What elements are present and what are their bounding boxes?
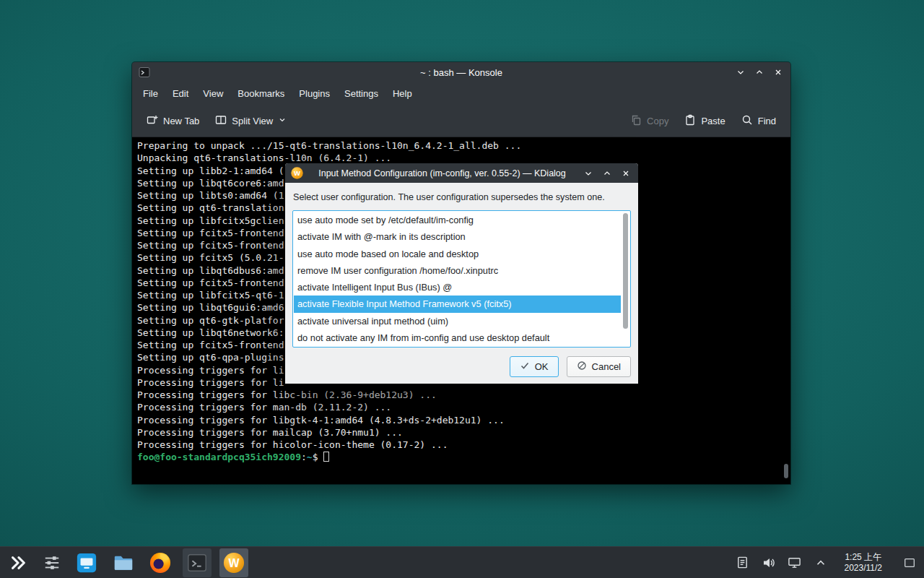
split-view-button[interactable]: Split View xyxy=(209,109,292,133)
maximize-button[interactable] xyxy=(602,168,612,178)
konsole-titlebar[interactable]: ~ : bash — Konsole xyxy=(132,62,790,82)
im-config-option[interactable]: activate Intelligent Input Bus (IBus) @ xyxy=(294,279,621,296)
im-config-listbox[interactable]: use auto mode set by /etc/default/im-con… xyxy=(292,210,631,348)
clock-time: 1:25 上午 xyxy=(845,552,883,563)
expand-tray-chevron-up-icon[interactable] xyxy=(813,555,829,571)
kdialog-window: W Input Method Configuration (im-config,… xyxy=(285,163,638,384)
menu-help[interactable]: Help xyxy=(385,85,419,103)
menu-bookmarks[interactable]: Bookmarks xyxy=(230,85,292,103)
im-config-option[interactable]: activate universal input method (uim) xyxy=(294,313,621,329)
menu-settings[interactable]: Settings xyxy=(337,85,385,103)
menu-view[interactable]: View xyxy=(196,85,230,103)
clock-date: 2023/11/2 xyxy=(845,563,883,574)
dialog-message: Select user configuration. The user conf… xyxy=(293,192,631,202)
terminal-prompt-line: foo@foo-standardpcq35ich92009:~$ xyxy=(137,451,790,463)
kdialog-body: Select user configuration. The user conf… xyxy=(285,183,638,384)
taskbar-item-konsole[interactable] xyxy=(183,548,212,577)
im-config-option[interactable]: remove IM user configuration /home/foo/.… xyxy=(294,262,621,279)
terminal-line: Processing triggers for mailcap (3.70+nm… xyxy=(137,426,790,439)
close-button[interactable] xyxy=(773,67,783,77)
window-controls xyxy=(736,62,783,82)
menu-file[interactable]: File xyxy=(136,85,165,103)
menu-edit[interactable]: Edit xyxy=(165,85,196,103)
close-button[interactable] xyxy=(621,168,631,178)
copy-button[interactable]: Copy xyxy=(624,109,674,133)
new-tab-button[interactable]: New Tab xyxy=(141,109,205,133)
cancel-button[interactable]: Cancel xyxy=(567,356,631,377)
terminal-line: Unpacking qt6-translations-l10n (6.4.2-1… xyxy=(137,152,790,164)
cancel-icon xyxy=(577,361,587,373)
find-button[interactable]: Find xyxy=(736,109,782,133)
im-config-option[interactable]: use auto mode based on locale and deskto… xyxy=(294,246,621,262)
minimize-button[interactable] xyxy=(583,168,593,178)
menu-plugins[interactable]: Plugins xyxy=(292,85,337,103)
terminal-line: Processing triggers for libc-bin (2.36-9… xyxy=(137,389,790,401)
show-desktop-icon xyxy=(903,556,916,569)
im-config-option[interactable]: activate Flexible Input Method Framework… xyxy=(294,296,621,312)
copy-icon xyxy=(630,114,642,128)
taskbar-item-firefox[interactable] xyxy=(146,548,175,577)
chevron-down-icon xyxy=(278,116,287,126)
svg-text:W: W xyxy=(294,169,300,177)
minimize-button[interactable] xyxy=(736,67,746,77)
prompt-symbol: $ xyxy=(313,452,318,462)
copy-label: Copy xyxy=(647,116,668,126)
konsole-toolbar: New Tab Split View Copy Paste Find xyxy=(132,105,790,137)
paste-icon xyxy=(684,114,696,128)
terminal-window-icon xyxy=(186,552,208,574)
list-scrollbar-handle[interactable] xyxy=(623,213,628,329)
im-config-app-icon: W xyxy=(291,167,303,179)
terminal-line: Processing triggers for man-db (2.11.2-2… xyxy=(137,401,790,413)
split-view-label: Split View xyxy=(232,116,273,126)
sliders-icon xyxy=(43,554,61,571)
kdialog-window-title: Input Method Configuration (im-config, v… xyxy=(307,168,578,178)
folder-icon xyxy=(113,552,134,574)
new-tab-label: New Tab xyxy=(163,116,199,126)
new-tab-icon xyxy=(147,114,158,128)
maximize-button[interactable] xyxy=(754,67,764,77)
cancel-button-label: Cancel xyxy=(592,361,621,372)
terminal-line: Processing triggers for hicolor-icon-the… xyxy=(137,439,790,451)
launcher-chevrons-icon xyxy=(9,553,27,572)
paste-label: Paste xyxy=(701,116,725,126)
prompt-separator: : xyxy=(301,452,307,462)
dialog-button-row: OK Cancel xyxy=(292,356,631,377)
prompt-user-host: foo@foo-standardpcq35ich92009 xyxy=(137,452,301,462)
konsole-app-icon xyxy=(139,66,150,78)
system-tray: 1:25 上午 2023/11/2 xyxy=(735,549,920,577)
ok-button-label: OK xyxy=(535,361,549,372)
check-icon xyxy=(520,361,530,373)
show-desktop-button[interactable] xyxy=(901,549,918,577)
app-launcher-button[interactable] xyxy=(4,549,32,577)
list-scrollbar[interactable] xyxy=(621,212,629,346)
firefox-icon xyxy=(149,552,171,574)
prompt-path: ~ xyxy=(307,452,313,462)
volume-icon[interactable] xyxy=(761,555,777,571)
taskbar-item-im-config[interactable]: W xyxy=(219,548,248,577)
notifications-icon[interactable] xyxy=(735,555,751,571)
terminal-line: Processing triggers for libgtk-4-1:amd64… xyxy=(137,414,790,426)
svg-text:W: W xyxy=(228,556,240,569)
paste-button[interactable]: Paste xyxy=(679,109,731,133)
taskbar-item-system-app[interactable] xyxy=(72,548,101,577)
konsole-menubar: File Edit View Bookmarks Plugins Setting… xyxy=(132,82,790,105)
split-view-icon xyxy=(215,114,227,128)
taskbar: W 1:25 上午 2023/11/2 xyxy=(0,546,924,578)
monitor-app-icon xyxy=(76,552,97,574)
clock[interactable]: 1:25 上午 2023/11/2 xyxy=(845,552,883,574)
task-manager-settings-button[interactable] xyxy=(38,549,66,577)
taskbar-item-file-manager[interactable] xyxy=(109,548,138,577)
screen-layout-icon[interactable] xyxy=(787,555,803,571)
find-icon xyxy=(741,114,753,128)
find-label: Find xyxy=(758,116,776,126)
ok-button[interactable]: OK xyxy=(510,356,559,377)
im-config-option[interactable]: do not activate any IM from im-config an… xyxy=(294,329,621,346)
terminal-line: Preparing to unpack .../15-qt6-translati… xyxy=(137,139,790,152)
kdialog-titlebar[interactable]: W Input Method Configuration (im-config,… xyxy=(285,163,638,183)
window-controls xyxy=(583,163,631,183)
im-config-option[interactable]: activate IM with @-mark in its descripti… xyxy=(294,228,621,245)
terminal-cursor xyxy=(323,452,329,462)
im-config-option[interactable]: use auto mode set by /etc/default/im-con… xyxy=(294,212,621,228)
terminal-scrollbar[interactable] xyxy=(784,464,788,478)
konsole-window-title: ~ : bash — Konsole xyxy=(132,67,790,78)
